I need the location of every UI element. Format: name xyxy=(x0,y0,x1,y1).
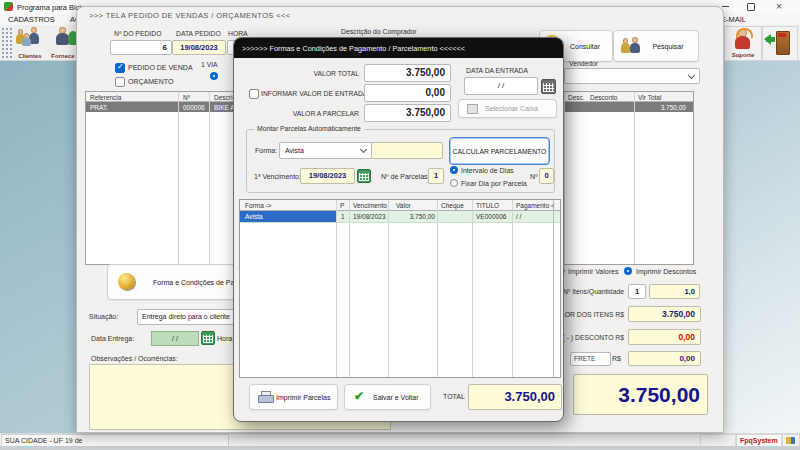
imprimir-descontos-radio[interactable] xyxy=(624,267,632,275)
pesquisar-button[interactable]: Pesquisar xyxy=(613,30,699,62)
parcelas-field[interactable]: 1 xyxy=(428,168,444,184)
menu-cadastros[interactable]: CADASTROS xyxy=(8,15,55,24)
via-label: 1 VIA xyxy=(201,60,218,69)
parcelas-grid: Forma -> P Vencimento Valor Cheque TITUL… xyxy=(239,199,561,378)
pcell-valor: 3.750,00 xyxy=(390,212,435,221)
informar-entrada-checkbox[interactable] xyxy=(249,89,259,99)
frete-label-field[interactable]: FRETE xyxy=(570,352,611,366)
search-people-icon xyxy=(621,37,643,55)
pcell-pagamento: / / xyxy=(516,212,521,221)
pcol-titulo: TITULO xyxy=(476,201,499,210)
app-icon xyxy=(4,2,13,11)
consultar-label: Consultar xyxy=(570,43,600,50)
data-entrega-label: Data Entrega: xyxy=(91,334,134,343)
forma-label: Forma: xyxy=(255,146,277,155)
informar-entrada-label: INFORMAR VALOR DE ENTRADA xyxy=(261,89,367,98)
situacao-value: Entrega direto para o cliente xyxy=(142,313,230,320)
situacao-label: Situação: xyxy=(89,312,118,321)
col-numero: Nº xyxy=(183,93,190,102)
payment-modal: >>>>>> Formas e Condições de Pagamento /… xyxy=(233,37,564,422)
coin-icon xyxy=(118,273,135,290)
chevron-down-icon xyxy=(688,72,695,79)
entrada-field[interactable]: 0,00 xyxy=(364,84,451,102)
fixar-radio[interactable] xyxy=(450,179,458,187)
valor-itens-field[interactable]: 3.750,00 xyxy=(628,306,701,322)
col-desconto: Desconto xyxy=(590,93,617,102)
orcamento-checkbox[interactable] xyxy=(115,77,125,87)
pedido-venda-label: PEDIDO DE VENDA xyxy=(128,63,193,72)
pedido-venda-checkbox[interactable] xyxy=(115,63,125,73)
calcular-label: CALCULAR PARCELAMENTO xyxy=(453,148,547,155)
selecionar-caixa-label: Selecionar Caixa xyxy=(485,105,538,112)
pcol-pagamento: Pagamento < xyxy=(516,201,555,210)
modal-total-field: 3.750,00 xyxy=(468,384,562,410)
col-referencia: Referencia xyxy=(90,93,121,102)
pcell-forma: Avista xyxy=(245,212,263,221)
salvar-voltar-label: Salvar e Voltar xyxy=(373,394,419,401)
close-icon[interactable]: × xyxy=(768,0,790,13)
calendar-icon-entrega[interactable] xyxy=(201,331,215,345)
data-pedido-label: DATA PEDIDO xyxy=(176,29,221,38)
modal-titlebar[interactable]: >>>>>> Formas e Condições de Pagamento /… xyxy=(234,38,563,58)
data-pedido-field[interactable]: 19/08/2023 xyxy=(172,40,226,55)
imprimir-valores-label: Imprimir Valores xyxy=(568,267,618,276)
menu-email[interactable]: E-MAIL xyxy=(721,15,746,24)
itens-field[interactable]: 1 xyxy=(628,284,646,299)
data-entrega-field[interactable]: / / xyxy=(151,331,199,346)
valor-total-field[interactable]: 3.750,00 xyxy=(364,64,451,82)
sales-window-title: >>> TELA PEDIDO DE VENDAS / ORÇAMENTOS <… xyxy=(89,11,291,20)
intervalo-label: Intervalo de Dias xyxy=(461,166,514,175)
intervalo-radio[interactable] xyxy=(450,166,458,174)
vencimento-label: 1ª Vencimento: xyxy=(254,172,301,181)
montar-parcelas-legend: Montar Parcelas Automáticamente xyxy=(254,124,364,133)
statusbar-location: SUA CIDADE - UF 19 de xyxy=(5,436,82,445)
comprador-label: Descrição do Comprador xyxy=(341,27,417,36)
frete-field[interactable]: 0,00 xyxy=(628,351,701,366)
calendar-icon-entrada[interactable] xyxy=(541,79,556,94)
modal-total-label: TOTAL xyxy=(443,392,465,401)
selecionar-caixa-button[interactable]: Selecionar Caixa xyxy=(458,99,557,118)
pcell-p: 1 xyxy=(341,212,345,221)
vendedor-dropdown[interactable] xyxy=(564,68,700,84)
imprimir-parcelas-button[interactable]: Imprimir Parcelas xyxy=(249,384,338,410)
modal-title: >>>>>> Formas e Condições de Pagamento /… xyxy=(242,44,465,53)
numero-pedido-field[interactable]: 6 xyxy=(110,40,172,55)
statusbar-app-icon xyxy=(786,437,795,444)
screen: Programa para Bicic × CADASTROS AGENDA E… xyxy=(0,0,800,450)
n-field[interactable]: 0 xyxy=(539,168,554,184)
imprimir-parcelas-label: Imprimir Parcelas xyxy=(276,394,330,401)
cell-referencia: PRAT. xyxy=(90,103,108,112)
maximize-icon[interactable] xyxy=(740,0,762,13)
forma-extra-field[interactable] xyxy=(371,142,443,159)
obs-label: Observações / Ocorrências: xyxy=(91,354,178,363)
toolbar-label-fornece: Fornece xyxy=(48,52,78,61)
toolbar-button-suporte[interactable]: Suporte xyxy=(724,26,762,61)
pcol-forma: Forma -> xyxy=(245,201,272,210)
desconto-field[interactable]: 0,00 xyxy=(628,329,701,345)
forma-dropdown[interactable]: Avista xyxy=(279,142,373,159)
toolbar-label-clientes: Clientes xyxy=(15,52,45,61)
valor-total-label: VALOR TOTAL xyxy=(259,69,359,78)
imprimir-descontos-label: Imprimir Descontos xyxy=(636,267,696,276)
pcol-cheque: Cheque xyxy=(441,201,464,210)
salvar-voltar-button[interactable]: ✔ Salvar e Voltar xyxy=(344,384,431,410)
col-vlrtotal: Vlr Total xyxy=(638,93,661,102)
data-entrada-label: DATA DA ENTRADA xyxy=(466,66,528,75)
toolbar-button-exit[interactable] xyxy=(762,26,798,61)
calendar-icon-vencimento[interactable] xyxy=(357,169,371,183)
vendedor-label: Vendedor xyxy=(569,59,598,68)
calcular-parcelamento-button[interactable]: CALCULAR PARCELAMENTO xyxy=(449,137,550,165)
pcell-titulo: VE000006 xyxy=(476,212,506,221)
pcell-vencimento: 19/08/2023 xyxy=(353,212,386,221)
grand-total-field: 3.750,00 xyxy=(573,374,708,415)
data-entrada-field[interactable]: / / xyxy=(464,77,538,95)
quantidade-field[interactable]: 1,0 xyxy=(649,284,700,299)
via-radio[interactable] xyxy=(210,72,218,80)
vencimento-field[interactable]: 19/08/2023 xyxy=(300,168,355,184)
toolbar-button-clientes[interactable]: Clientes xyxy=(15,26,45,59)
n-label: Nº xyxy=(530,172,538,181)
valor-parcelar-field[interactable]: 3.750,00 xyxy=(364,104,451,122)
forma-value: Avista xyxy=(285,147,304,154)
toolbar-grip xyxy=(1,27,14,58)
pcol-vencimento: Vencimento xyxy=(353,201,387,210)
